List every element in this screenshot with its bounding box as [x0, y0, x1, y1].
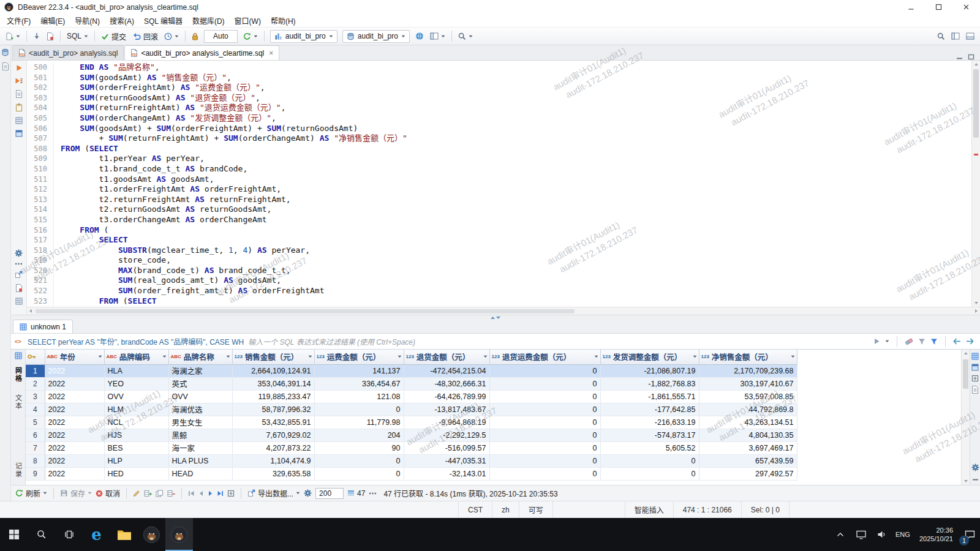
row-number-cell[interactable]: 7 — [26, 441, 45, 454]
apply-filter-icon[interactable] — [873, 338, 880, 345]
cell[interactable]: 5,605.52 — [600, 441, 699, 454]
cell[interactable]: 44,792,869.8 — [699, 403, 797, 416]
cell[interactable]: 119,885,233.47 — [232, 390, 314, 403]
chevron-down-icon[interactable] — [401, 35, 405, 38]
cell[interactable]: 53,597,008.85 — [699, 390, 797, 403]
perspective-button[interactable] — [949, 29, 962, 43]
chevron-down-icon[interactable] — [329, 35, 333, 38]
delete-row-button[interactable] — [167, 490, 175, 497]
column-header[interactable]: 123运费金额（元） — [314, 350, 404, 364]
cell[interactable]: -177,642.85 — [600, 403, 699, 416]
scrollbar-thumb[interactable] — [963, 359, 968, 389]
dbeaver-taskbar-button[interactable] — [138, 518, 165, 551]
sql-editor[interactable]: 500 END AS "品牌名称",501 SUM(goodsAmt) AS "… — [11, 61, 980, 315]
chevron-down-icon[interactable] — [441, 35, 445, 38]
cell[interactable]: OVV — [104, 390, 168, 403]
cell[interactable]: -21,086,807.19 — [600, 364, 699, 377]
editor-horizontal-scrollbar[interactable] — [27, 307, 980, 315]
code-line[interactable]: 506 SUM(goodsAmt) + SUM(orderFreightAmt)… — [27, 124, 971, 134]
cell[interactable]: 黑鲸 — [168, 429, 232, 441]
refresh-button[interactable]: 刷新 — [15, 488, 47, 498]
cell[interactable]: 336,454.67 — [314, 377, 404, 390]
data-transfer-button[interactable] — [31, 29, 43, 43]
tray-expand-button[interactable] — [830, 518, 851, 551]
cell[interactable]: 0 — [489, 403, 600, 416]
cell[interactable]: 0 — [314, 467, 404, 480]
panel-calc-icon[interactable] — [971, 375, 979, 382]
cell[interactable]: 男生女生 — [168, 416, 232, 429]
row-number-cell[interactable]: 1 — [26, 364, 45, 377]
cell[interactable]: -9,964,868.19 — [404, 416, 489, 429]
cell[interactable]: 329,635.58 — [232, 467, 314, 480]
code-line[interactable]: 500 END AS "品牌名称", — [27, 62, 971, 73]
filter-caret-icon[interactable] — [98, 355, 102, 358]
menu-item[interactable]: 帮助(H) — [266, 14, 301, 27]
more-icon[interactable] — [369, 492, 377, 495]
filter-caret-icon[interactable] — [226, 355, 230, 358]
cell[interactable]: 141,137 — [314, 364, 404, 377]
code-line[interactable]: 509 t1.perYear AS perYear, — [27, 154, 971, 164]
execute-statement-button[interactable] — [15, 64, 23, 72]
column-header[interactable]: 123退货金额（元） — [404, 350, 489, 364]
cell[interactable]: 0 — [489, 390, 600, 403]
cell[interactable]: YEO — [104, 377, 168, 390]
filter-caret-icon[interactable] — [693, 355, 697, 358]
code-line[interactable]: 513 t2.returnFreightAmt AS returnFreight… — [27, 195, 971, 205]
cell[interactable]: 3,697,469.17 — [699, 441, 797, 454]
panel-grid-icon[interactable] — [971, 353, 979, 360]
result-grid-button[interactable] — [15, 298, 23, 305]
database-navigator-icon[interactable] — [1, 48, 9, 56]
scroll-down-icon[interactable] — [974, 301, 979, 305]
sash-arrows-icon[interactable] — [490, 316, 501, 320]
code-line[interactable]: 507 + SUM(returnFreightAmt) + SUM(orderC… — [27, 133, 971, 144]
cell[interactable]: -1,861,555.71 — [600, 390, 699, 403]
grid-presentation-icon[interactable] — [15, 352, 22, 359]
menu-item[interactable]: 导航(N) — [70, 14, 105, 27]
code-line[interactable]: 515 t3.orderChangeAmt AS orderChangeAmt — [27, 215, 971, 225]
templates-button[interactable] — [15, 117, 23, 124]
chevron-down-icon[interactable] — [88, 492, 92, 495]
script-management-button[interactable] — [44, 29, 56, 43]
column-header[interactable]: 123销售金额（元） — [232, 350, 314, 364]
start-button[interactable] — [0, 518, 28, 551]
commit-button[interactable]: 提交 — [99, 29, 129, 43]
code-line[interactable]: 514 t2.returnGoodsAmt AS returnGoodsAmt, — [27, 204, 971, 215]
row-number-cell[interactable]: 8 — [26, 454, 45, 467]
cell[interactable]: 90 — [314, 441, 404, 454]
cell[interactable]: 2022 — [45, 416, 104, 429]
filter-caret-icon[interactable] — [308, 355, 312, 358]
scrollbar-thumb[interactable] — [36, 309, 575, 313]
code-line[interactable]: 516 FROM ( — [27, 225, 971, 236]
cell[interactable]: 2022 — [45, 364, 104, 377]
column-header[interactable]: 123退货运费金额（元） — [489, 350, 600, 364]
transaction-log-button[interactable] — [162, 29, 181, 43]
scroll-left-icon[interactable] — [29, 309, 32, 313]
projects-icon[interactable] — [2, 62, 9, 70]
code-line[interactable]: 512 t1.orderFreightAmt AS orderFreightAm… — [27, 184, 971, 195]
filter-caret-icon[interactable] — [162, 355, 167, 358]
cell[interactable]: 2022 — [45, 441, 104, 454]
minimize-button[interactable] — [897, 0, 925, 14]
editor-vertical-scrollbar[interactable] — [971, 61, 980, 307]
globe-button[interactable] — [413, 29, 426, 43]
code-line[interactable]: 521 SUM(real_goods_amt_t) AS goodsAmt, — [27, 276, 971, 286]
close-button[interactable] — [952, 0, 980, 14]
column-header[interactable]: ABC品牌编码 — [104, 350, 168, 364]
cell[interactable]: -1,882,768.83 — [600, 377, 699, 390]
file-explorer-button[interactable] — [110, 518, 138, 551]
edit-cell-button[interactable] — [133, 490, 140, 497]
settings-button[interactable] — [15, 249, 23, 257]
chevron-down-icon[interactable] — [84, 35, 88, 38]
filter-caret-icon[interactable] — [483, 355, 488, 358]
maximize-button[interactable] — [925, 0, 952, 14]
code-line[interactable]: 519 store_code, — [27, 255, 971, 266]
quick-search-button[interactable] — [935, 29, 948, 43]
chevron-down-icon[interactable] — [254, 35, 258, 38]
filter-input[interactable]: 输入一个 SQL 表达式来过滤结果 (使用 Ctrl+Space) — [248, 336, 415, 347]
code-line[interactable]: 508FROM (SELECT — [27, 144, 971, 154]
cell[interactable]: 0 — [489, 429, 600, 441]
execute-script-button[interactable] — [15, 77, 23, 84]
menu-item[interactable]: 编辑(E) — [36, 14, 70, 27]
cell[interactable]: -2,292,129.5 — [404, 429, 489, 441]
volume-button[interactable] — [872, 518, 892, 551]
